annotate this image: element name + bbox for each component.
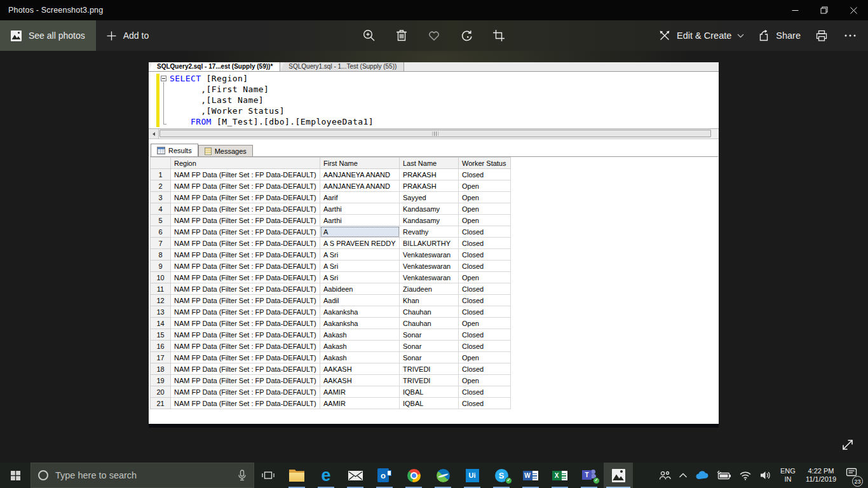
cell: AAKASH [320,375,400,386]
photos-toolbar: See all photos Add to [0,20,868,51]
fullscreen-button[interactable] [840,437,855,452]
cell: TRIVEDI [400,375,459,386]
action-center-button[interactable]: 23 [842,463,864,488]
network-button[interactable] [735,463,756,488]
close-button[interactable] [839,0,868,20]
minimize-icon [792,7,799,14]
see-all-photos-button[interactable]: See all photos [0,20,96,51]
screenshot-bottom-edge [149,424,719,428]
row-number: 9 [151,261,171,272]
search-box[interactable]: Type here to search [31,463,254,488]
code-line: SELECT [Region] [170,73,374,84]
taskbar: Type here to search e [0,463,868,488]
results-grid: RegionFirst NameLast NameWorker Status1N… [150,156,718,424]
people-icon [658,470,671,480]
code-line: ,[First Name] [170,84,374,95]
battery-button[interactable] [713,463,735,488]
column-header: Worker Status [459,158,511,169]
cell: Venkateswaran [400,249,459,261]
speaker-icon [759,470,772,480]
cell: Open [459,272,511,283]
row-number: 12 [151,295,171,306]
cell: NAM FP Data (Filter Set : FP Data-DEFAUL… [171,272,320,283]
row-number: 17 [151,352,171,363]
rotate-button[interactable] [459,28,474,43]
taskbar-app-webex[interactable] [428,463,458,488]
taskbar-app-skype[interactable]: S ✓ [487,463,516,488]
favorite-button[interactable] [426,28,442,43]
add-to-button[interactable]: Add to [96,20,159,51]
taskbar-app-excel[interactable]: X [545,463,574,488]
sql-editor: SELECT [Region] ,[First Name] ,[Last Nam… [149,72,719,128]
wifi-icon [739,471,752,480]
code-line: ,[Worker Status] [170,105,374,116]
cell: NAM FP Data (Filter Set : FP Data-DEFAUL… [171,238,320,249]
cell: A Sri [320,272,400,283]
taskbar-app-file-explorer[interactable] [282,463,311,488]
taskbar-app-mail[interactable] [341,463,370,488]
taskbar-app-word[interactable]: W [516,463,545,488]
photo-screenshot[interactable]: SQLQuery2.sql - 17...est (Supply (59))*S… [149,62,719,428]
tab-messages: Messages [198,145,253,156]
cell: NAM FP Data (Filter Set : FP Data-DEFAUL… [171,283,320,295]
cell: NAM FP Data (Filter Set : FP Data-DEFAUL… [171,203,320,215]
taskbar-app-photos[interactable] [604,463,633,488]
results-grid-icon [157,147,165,154]
minimize-button[interactable] [780,0,810,20]
cell: Aadil [320,295,400,306]
volume-button[interactable] [756,463,776,488]
cell: Aabideen [320,283,400,295]
crop-button[interactable] [491,28,506,43]
taskbar-app-edge[interactable]: e [311,463,341,488]
chevron-up-icon [679,473,688,478]
taskbar-app-teams[interactable]: T ✓ [574,463,604,488]
fullscreen-icon [841,438,855,452]
task-view-button[interactable] [254,463,282,488]
cell: Sonar [400,341,459,352]
cell: Revathy [400,226,459,238]
restore-button[interactable] [810,0,839,20]
taskbar-app-uipath[interactable]: Ui [458,463,487,488]
table-row: 20NAM FP Data (Filter Set : FP Data-DEFA… [151,386,511,398]
crop-icon [492,29,506,43]
edit-create-label: Edit & Create [677,30,731,41]
see-more-button[interactable] [843,28,858,43]
row-number: 19 [151,375,171,386]
results-tab-label: Results [168,147,192,154]
column-header: Last Name [400,158,459,169]
onedrive-button[interactable] [691,463,713,488]
cell: NAM FP Data (Filter Set : FP Data-DEFAUL… [171,318,320,329]
people-button[interactable] [654,463,675,488]
language-indicator[interactable]: ENG IN [776,467,800,484]
zoom-button[interactable] [362,28,377,43]
clock[interactable]: 4:22 PM 11/1/2019 [800,467,842,484]
titlebar: Photos - Screenshot3.png [0,0,868,20]
rotate-icon [459,29,473,43]
cell: Open [459,203,511,215]
delete-button[interactable] [394,28,409,43]
share-icon [757,29,770,42]
photos-app-icon [612,469,625,482]
code-fold-icon [161,76,166,81]
cell: Open [459,180,511,192]
tray-overflow-button[interactable] [675,463,691,488]
window-title: Photos - Screenshot3.png [8,6,103,15]
edit-create-button[interactable]: Edit & Create [658,29,744,42]
taskbar-app-outlook[interactable]: o [370,463,399,488]
taskbar-app-chrome[interactable] [399,463,428,488]
share-button[interactable]: Share [757,29,801,42]
excel-icon: X [552,470,568,482]
table-row: 7NAM FP Data (Filter Set : FP Data-DEFAU… [151,238,511,249]
cell: Kandasamy [400,215,459,226]
editor-tabstrip: SQLQuery2.sql - 17...est (Supply (59))*S… [149,62,719,72]
cell: Closed [459,386,511,398]
row-number: 2 [151,180,171,192]
cell: Aakanksha [320,306,400,318]
microphone-icon[interactable] [238,470,247,482]
print-button[interactable] [814,28,829,43]
row-number: 1 [151,169,171,180]
cell: Ziaudeen [400,283,459,295]
editor-tab-active: SQLQuery2.sql - 17...est (Supply (59))* [149,62,280,71]
start-button[interactable] [0,463,31,488]
cell: PRAKASH [400,180,459,192]
